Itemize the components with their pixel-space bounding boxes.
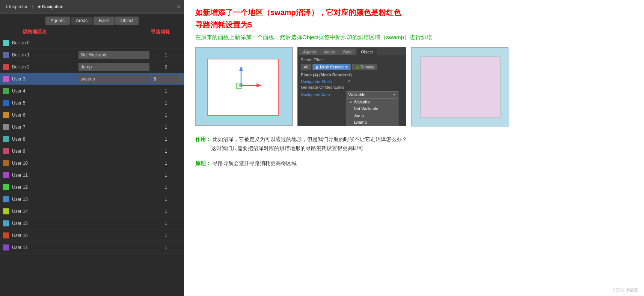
principle-line: 原理： 寻路导航会避开寻路消耗更高得区域 (195, 159, 633, 168)
desc-line-2: 这时我们只需要把沼泽对应的烘培地形的寻路消耗设置得更高即可 (195, 144, 633, 153)
area-list: Built-in 0 Built-in 1 1 Built-in 2 2 Use… (0, 37, 184, 296)
filter-mesh-btn[interactable]: ▦ Mesh Renderers (312, 64, 351, 70)
insp-tab-areas[interactable]: Areas (320, 49, 339, 55)
area-row-user8[interactable]: User 8 1 (0, 133, 184, 145)
color-swatch-user17 (3, 244, 9, 250)
color-swatch-user14 (3, 208, 9, 214)
scene-filter-row: Scene Filter: (301, 58, 403, 62)
tab-areas[interactable]: Areas (71, 17, 93, 25)
area-label-builtin0: Built-in 0 (12, 40, 151, 46)
area-label-user7: User 7 (12, 124, 151, 130)
area-label-user13: User 13 (12, 197, 151, 202)
area-row-user10[interactable]: User 10 1 (0, 157, 184, 169)
nav-area-dropdown[interactable]: Walkable ▼ (346, 91, 398, 98)
svg-rect-12 (412, 118, 421, 127)
area-label-user3: User 3 (12, 76, 78, 82)
color-swatch-builtin1 (3, 52, 9, 58)
filter-terrains-btn[interactable]: 🌿 Terrains (352, 64, 377, 70)
tab-bake[interactable]: Bake (94, 17, 114, 25)
area-label-user10: User 10 (12, 161, 151, 166)
area-row-user12[interactable]: User 12 1 (0, 181, 184, 193)
area-row-user13[interactable]: User 13 1 (0, 193, 184, 205)
tab-bar: ℹ Inspector | ◈ Navigation ✕ (0, 0, 184, 14)
area-row-builtin1[interactable]: Built-in 1 1 (0, 49, 184, 61)
close-button[interactable]: ✕ (176, 4, 181, 10)
inspector-tab[interactable]: ℹ Inspector (3, 3, 30, 11)
color-swatch-user10 (3, 160, 9, 166)
insp-tabs: Agents Areas Bake Object (298, 47, 406, 55)
plane-header: Plane (4) (Mesh Renderer) (301, 73, 403, 77)
color-swatch-user6 (3, 112, 9, 118)
area-cost-builtin2: 2 (151, 64, 181, 70)
filter-all-label: All (304, 65, 308, 69)
right-content: 如新增添了一个地区（swamp沼泽），它对应的颜色是粉红色 寻路消耗设置为5 在… (184, 0, 644, 296)
area-row-user5[interactable]: User 5 1 (0, 97, 184, 109)
area-row-user16[interactable]: User 16 1 (0, 229, 184, 241)
filter-terrains-label: Terrains (360, 65, 374, 69)
principle-label: 原理： (195, 160, 211, 166)
nav-area-dropdown-wrapper: Walkable ▼ Walkable Not Walkable Jump sw… (346, 91, 398, 98)
dropdown-item-swamp[interactable]: swamp (346, 119, 398, 126)
svg-rect-1 (207, 59, 279, 115)
mesh-renderers-icon: ▦ (315, 65, 319, 69)
dropdown-item-not-walkable[interactable]: Not Walkable (346, 105, 398, 112)
tab-separator: | (32, 5, 33, 9)
nav-area-label: Navigation Area (301, 93, 346, 97)
navigation-tab[interactable]: ◈ Navigation (35, 3, 66, 11)
area-row-user11[interactable]: User 11 1 (0, 169, 184, 181)
area-cost-input-user3[interactable] (151, 75, 181, 83)
area-cost-builtin1: 1 (151, 52, 181, 58)
area-row-user9[interactable]: User 9 1 (0, 145, 184, 157)
navigation-icon: ◈ (38, 4, 41, 9)
area-row-user3[interactable]: User 3 (0, 73, 184, 85)
offmesh-row: Generate OffMeshLinks (301, 85, 403, 90)
area-label-user4: User 4 (12, 88, 151, 94)
area-label-user5: User 5 (12, 100, 151, 106)
area-row-user15[interactable]: User 15 1 (0, 217, 184, 229)
navigation-tab-label: Navigation (42, 4, 63, 9)
principle-section: 原理： 寻路导航会避开寻路消耗更高得区域 (195, 159, 633, 168)
left-panel: ℹ Inspector | ◈ Navigation ✕ Agents Area… (0, 0, 184, 296)
insp-tab-bake[interactable]: Bake (339, 49, 356, 55)
area-row-user14[interactable]: User 14 1 (0, 205, 184, 217)
area-name-input-builtin2[interactable] (78, 63, 149, 71)
area-cost-user14: 1 (151, 209, 181, 214)
area-label-user12: User 12 (12, 185, 151, 190)
area-row-user4[interactable]: User 4 1 (0, 85, 184, 97)
filter-all-btn[interactable]: All (301, 64, 311, 70)
area-cost-user12: 1 (151, 185, 181, 190)
area-name-input-user3[interactable] (78, 75, 149, 83)
color-swatch-builtin0 (3, 40, 9, 46)
nav-static-check: ✓ (347, 79, 351, 84)
scene-svg-1 (196, 48, 293, 126)
tab-agents[interactable]: Agents (45, 17, 70, 25)
area-label-user9: User 9 (12, 149, 151, 154)
area-row-user17[interactable]: User 17 1 (0, 241, 184, 253)
header-bake-name: 烘焙地区名 (12, 29, 140, 35)
dropdown-item-jump[interactable]: Jump (346, 112, 398, 119)
svg-rect-13 (500, 118, 509, 127)
dropdown-item-walkable[interactable]: Walkable (346, 99, 398, 105)
area-label-user16: User 16 (12, 233, 151, 238)
area-row-builtin2[interactable]: Built-in 2 2 (0, 61, 184, 73)
color-swatch-user5 (3, 100, 9, 106)
insp-tab-agents[interactable]: Agents (299, 49, 320, 55)
area-label-user6: User 6 (12, 112, 151, 118)
area-label-user15: User 15 (12, 221, 151, 226)
color-swatch-user9 (3, 148, 9, 154)
nav-area-value: Walkable (348, 93, 365, 97)
color-swatch-user7 (3, 124, 9, 130)
area-cost-user11: 1 (151, 173, 181, 178)
color-swatch-user11 (3, 172, 9, 178)
watermark: CSDN @极浣 (613, 287, 638, 293)
desc-text-2: 这时我们只需要把沼泽对应的烘培地形的寻路消耗设置得更高即可 (211, 145, 363, 151)
insp-tab-object[interactable]: Object (357, 49, 377, 55)
area-row-user6[interactable]: User 6 1 (0, 109, 184, 121)
area-name-input-builtin1[interactable] (78, 51, 149, 59)
area-row-user7[interactable]: User 7 1 (0, 121, 184, 133)
tab-object[interactable]: Object (115, 17, 139, 25)
area-row-builtin0[interactable]: Built-in 0 (0, 37, 184, 49)
area-label-user17: User 17 (12, 245, 151, 250)
filter-row: All ▦ Mesh Renderers 🌿 Terrains (301, 64, 403, 70)
svg-rect-10 (412, 48, 421, 57)
